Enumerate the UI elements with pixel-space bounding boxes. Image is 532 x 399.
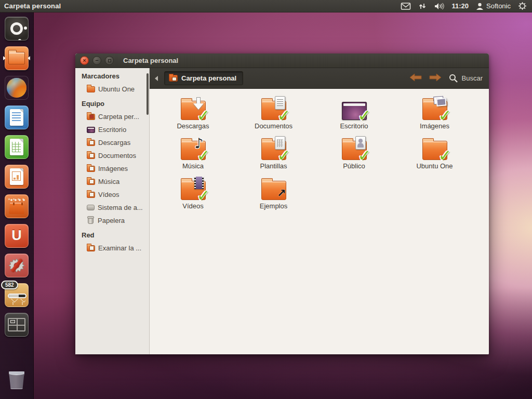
- file-item[interactable]: ♪✓Música: [153, 136, 233, 176]
- folder-icon: [87, 140, 95, 146]
- file-item[interactable]: ✓Plantillas: [233, 136, 314, 176]
- file-item[interactable]: ↗Ejemplos: [233, 176, 314, 216]
- search-button[interactable]: Buscar: [449, 74, 483, 83]
- minimize-button[interactable]: −: [92, 56, 101, 65]
- maximize-button[interactable]: [105, 56, 114, 65]
- folder-icon: [87, 179, 95, 185]
- sidebar-item-label: Examinar la ...: [98, 244, 141, 252]
- ubuntu-dash-icon: [5, 17, 29, 41]
- sidebar-item-label: Vídeos: [98, 191, 119, 198]
- sidebar-item[interactable]: Escritorio: [75, 123, 149, 136]
- launcher-item-ubuntu-one[interactable]: U: [4, 223, 29, 248]
- launcher-item-dash-home[interactable]: [4, 16, 29, 41]
- file-label: Ejemplos: [260, 202, 287, 210]
- sidebar-item-label: Escritorio: [98, 126, 126, 134]
- sidebar-item-label: Imágenes: [98, 165, 128, 172]
- sidebar-item-label: Descargas: [98, 139, 130, 147]
- file-item[interactable]: ✓Vídeos: [153, 176, 233, 216]
- search-label: Buscar: [462, 74, 483, 82]
- network-menu-icon[interactable]: [418, 2, 427, 10]
- trash-icon: [88, 217, 94, 224]
- launcher-item-libreoffice-impress[interactable]: [4, 164, 29, 189]
- network-folder-icon: [87, 245, 95, 251]
- photos-emblem: [436, 98, 446, 107]
- sidebar-item[interactable]: Examinar la ...: [75, 242, 149, 255]
- launcher-item-files[interactable]: [4, 46, 29, 71]
- file-item[interactable]: ✓Público: [314, 136, 394, 176]
- symlink-emblem: ↗: [277, 188, 286, 199]
- sidebar-item[interactable]: Música: [75, 175, 149, 188]
- active-app-title: Carpeta personal: [0, 2, 61, 10]
- messaging-menu-icon[interactable]: [401, 2, 411, 10]
- sidebar-section-header: Equipo: [75, 96, 149, 110]
- user-icon: [476, 2, 484, 10]
- window-titlebar[interactable]: × − Carpeta personal: [75, 54, 489, 68]
- sidebar-item-label: Sistema de a...: [98, 204, 143, 211]
- back-button[interactable]: [409, 73, 422, 84]
- synced-check-emblem: ✓: [277, 148, 291, 164]
- sidebar-item[interactable]: Descargas: [75, 136, 149, 149]
- file-view: ✓Descargas✓Documentos✓Escritorio✓Imágene…: [150, 89, 489, 354]
- breadcrumb[interactable]: Carpeta personal: [164, 71, 243, 85]
- sidebar-section-header: Marcadores: [75, 68, 149, 83]
- sidebar-item-label: Carpeta per...: [98, 113, 139, 121]
- file-item[interactable]: ✓Imágenes: [394, 96, 475, 136]
- places-sidebar: MarcadoresUbuntu OneEquipoCarpeta per...…: [75, 68, 150, 354]
- file-item[interactable]: ✓Escritorio: [314, 96, 394, 136]
- launcher-item-libreoffice-calc[interactable]: [4, 135, 29, 159]
- breadcrumb-label: Carpeta personal: [181, 74, 236, 82]
- user-menu[interactable]: Softonic: [476, 2, 511, 10]
- launcher-item-update-manager[interactable]: 582: [4, 283, 29, 308]
- file-item[interactable]: ✓Documentos: [233, 96, 314, 136]
- sidebar-item[interactable]: Vídeos: [75, 188, 149, 201]
- launcher-item-firefox[interactable]: [4, 75, 29, 100]
- synced-check-emblem: ✓: [277, 108, 291, 124]
- synced-check-emblem: ✓: [197, 148, 210, 164]
- username: Softonic: [486, 2, 511, 10]
- sidebar-item[interactable]: Papelera: [75, 214, 149, 227]
- launcher-item-software-center[interactable]: [4, 194, 29, 219]
- folder-icon: [87, 192, 95, 198]
- launcher-item-trash[interactable]: [4, 367, 29, 392]
- synced-check-emblem: ✓: [438, 148, 452, 164]
- launcher-item-libreoffice-writer[interactable]: [4, 105, 29, 130]
- desktop: Carpeta personal 11:20 Softonic U582: [0, 0, 532, 399]
- launcher-item-workspace-switcher[interactable]: [4, 312, 29, 337]
- desktop-icon: [87, 127, 95, 133]
- sidebar-scrollbar[interactable]: [147, 73, 149, 115]
- clock[interactable]: 11:20: [451, 2, 469, 10]
- workspace-switcher-icon: [5, 313, 29, 337]
- sidebar-item[interactable]: Ubuntu One: [75, 83, 149, 96]
- update-count-badge: 582: [1, 281, 18, 289]
- folder-icon: [87, 166, 95, 172]
- unity-launcher: U582: [0, 12, 34, 399]
- search-icon: [449, 74, 458, 83]
- firefox-icon: [5, 76, 29, 100]
- sidebar-item-label: Música: [98, 178, 119, 185]
- forward-button[interactable]: [429, 73, 442, 84]
- sound-menu-icon[interactable]: [434, 2, 444, 10]
- synced-check-emblem: ✓: [197, 108, 210, 124]
- libreoffice-calc-icon: [5, 135, 29, 159]
- home-folder-icon: [169, 75, 178, 82]
- synced-check-emblem: ✓: [197, 188, 210, 204]
- file-manager-window: × − Carpeta personal MarcadoresUbuntu On…: [75, 54, 489, 354]
- file-item[interactable]: ✓Ubuntu One: [394, 136, 475, 176]
- file-item[interactable]: ✓Descargas: [153, 96, 233, 136]
- sidebar-item[interactable]: Imágenes: [75, 162, 149, 175]
- launcher-item-system-settings[interactable]: [4, 253, 29, 278]
- sidebar-item[interactable]: Documentos: [75, 149, 149, 162]
- trash-icon: [5, 367, 29, 391]
- close-button[interactable]: ×: [80, 56, 89, 65]
- sidebar-item[interactable]: Sistema de a...: [75, 201, 149, 214]
- software-center-icon: [5, 194, 29, 218]
- pathbar-scroll-left-icon[interactable]: [155, 76, 158, 81]
- system-settings-icon: [5, 254, 29, 277]
- sidebar-item[interactable]: Carpeta per...: [75, 110, 149, 123]
- libreoffice-impress-icon: [5, 165, 29, 189]
- libreoffice-writer-icon: [5, 105, 29, 129]
- sidebar-item-label: Papelera: [98, 217, 125, 224]
- folder-icon: [87, 86, 95, 92]
- session-menu-icon[interactable]: [518, 2, 527, 10]
- synced-check-emblem: ✓: [438, 108, 452, 124]
